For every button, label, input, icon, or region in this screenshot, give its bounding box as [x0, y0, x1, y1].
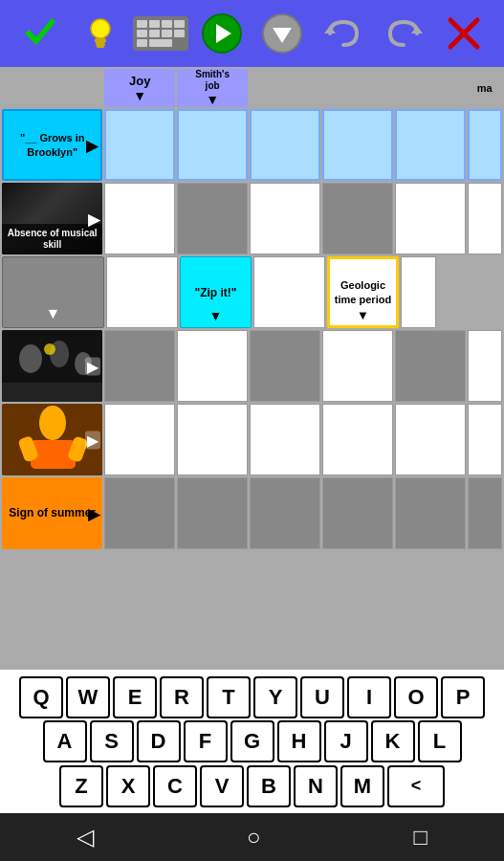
grid-cell[interactable] [253, 256, 325, 328]
svg-rect-2 [95, 38, 106, 43]
check-button[interactable] [16, 10, 64, 57]
key-s[interactable]: S [90, 720, 134, 762]
grid-cell[interactable] [468, 109, 502, 181]
grid-cell-dark [177, 183, 248, 254]
redo-button[interactable] [380, 10, 427, 57]
key-i[interactable]: I [347, 676, 391, 718]
close-button[interactable] [440, 10, 488, 57]
image-cell-concert2[interactable]: ▶ [2, 404, 102, 475]
grid-cell-dark [250, 477, 320, 549]
key-e[interactable]: E [113, 676, 157, 718]
keyboard-row-2: A S D F G H J K L [2, 720, 502, 762]
grid-cell[interactable] [468, 183, 502, 254]
key-a[interactable]: A [43, 720, 87, 762]
column-header-smiths-job: Smith'sjob ▼ [177, 69, 248, 107]
clue-geologic-period[interactable]: Geologic time period ▼ [327, 256, 399, 328]
key-z[interactable]: Z [59, 765, 103, 807]
grid-cell-dark [177, 477, 248, 549]
column-header-joy: Joy ▼ [104, 69, 175, 107]
home-button[interactable]: ○ [247, 824, 261, 850]
grid-cell[interactable] [468, 404, 502, 475]
keyboard-row-3: Z X C V B N M < [2, 765, 502, 807]
key-q[interactable]: Q [19, 676, 63, 718]
key-l[interactable]: L [418, 720, 462, 762]
grid-cell[interactable] [395, 404, 466, 475]
key-t[interactable]: T [207, 676, 251, 718]
crossword-grid: Joy ▼ Smith'sjob ▼ ma "__ Grows in Brook… [0, 67, 504, 670]
grid-cell[interactable] [177, 330, 248, 402]
grid-cell[interactable] [104, 109, 175, 181]
grid-cell[interactable] [106, 256, 178, 328]
grid-cell[interactable] [322, 109, 393, 181]
keyboard-icon-button[interactable] [137, 10, 185, 57]
grid-cell-dark [104, 477, 175, 549]
key-backspace[interactable]: < [387, 765, 445, 807]
back-button[interactable]: ◁ [77, 824, 94, 850]
key-w[interactable]: W [66, 676, 110, 718]
key-n[interactable]: N [294, 765, 338, 807]
key-v[interactable]: V [200, 765, 244, 807]
grid-cell-dark: ▼ [2, 256, 104, 328]
clue-sign-summer[interactable]: Sign of summer ▶ [2, 477, 102, 549]
key-y[interactable]: Y [253, 676, 297, 718]
svg-point-20 [39, 406, 66, 440]
grid-cell[interactable] [401, 256, 436, 328]
grid-cell[interactable] [177, 109, 248, 181]
keyboard: Q W E R T Y U I O P A S D F G H J K L Z … [0, 670, 504, 813]
grid-cell[interactable] [177, 404, 248, 475]
grid-cell[interactable] [395, 109, 466, 181]
undo-button[interactable] [319, 10, 367, 57]
navigation-bar: ◁ ○ □ [0, 813, 504, 861]
grid-cell-dark [395, 477, 466, 549]
key-c[interactable]: C [153, 765, 197, 807]
key-h[interactable]: H [277, 720, 321, 762]
grid-cell[interactable] [104, 404, 175, 475]
grid-cell-dark [395, 330, 466, 402]
grid-cell[interactable] [322, 330, 393, 402]
key-d[interactable]: D [137, 720, 181, 762]
grid-cell-dark [322, 477, 393, 549]
key-u[interactable]: U [300, 676, 344, 718]
down-arrow-button[interactable] [258, 10, 306, 57]
key-o[interactable]: O [394, 676, 438, 718]
svg-marker-0 [25, 18, 55, 45]
clue-grows-brooklyn[interactable]: "__ Grows in Brooklyn" ▶ [2, 109, 102, 181]
key-m[interactable]: M [340, 765, 384, 807]
svg-point-18 [44, 343, 55, 355]
recent-apps-button[interactable]: □ [414, 824, 428, 850]
key-x[interactable]: X [106, 765, 150, 807]
grid-cell[interactable] [250, 183, 320, 254]
key-j[interactable]: J [324, 720, 368, 762]
svg-point-1 [91, 19, 110, 38]
key-k[interactable]: K [371, 720, 415, 762]
grid-cell[interactable] [395, 183, 466, 254]
grid-cell[interactable] [322, 404, 393, 475]
svg-rect-3 [96, 43, 105, 46]
grid-cell-dark [468, 477, 502, 549]
grid-cell[interactable] [468, 330, 502, 402]
svg-point-14 [19, 344, 42, 373]
key-g[interactable]: G [230, 720, 274, 762]
clue-absence-musical[interactable]: Absence of musical skill ▶ [2, 183, 102, 254]
lightbulb-button[interactable] [77, 10, 124, 57]
svg-rect-17 [2, 383, 102, 402]
grid-cell[interactable] [250, 109, 320, 181]
key-r[interactable]: R [160, 676, 204, 718]
grid-cell[interactable] [104, 183, 175, 254]
grid-cell-dark [322, 183, 393, 254]
grid-cell[interactable] [250, 404, 320, 475]
svg-rect-4 [97, 46, 104, 48]
toolbar [0, 0, 504, 67]
key-b[interactable]: B [247, 765, 291, 807]
keyboard-row-1: Q W E R T Y U I O P [2, 676, 502, 718]
grid-cell-dark [104, 330, 175, 402]
forward-arrow-button[interactable] [198, 10, 246, 57]
clue-zip-it[interactable]: "Zip it!" ▼ [180, 256, 252, 328]
grid-cell-dark [250, 330, 320, 402]
image-cell-concert1[interactable]: ▶ [2, 330, 102, 402]
key-f[interactable]: F [184, 720, 228, 762]
key-p[interactable]: P [441, 676, 485, 718]
